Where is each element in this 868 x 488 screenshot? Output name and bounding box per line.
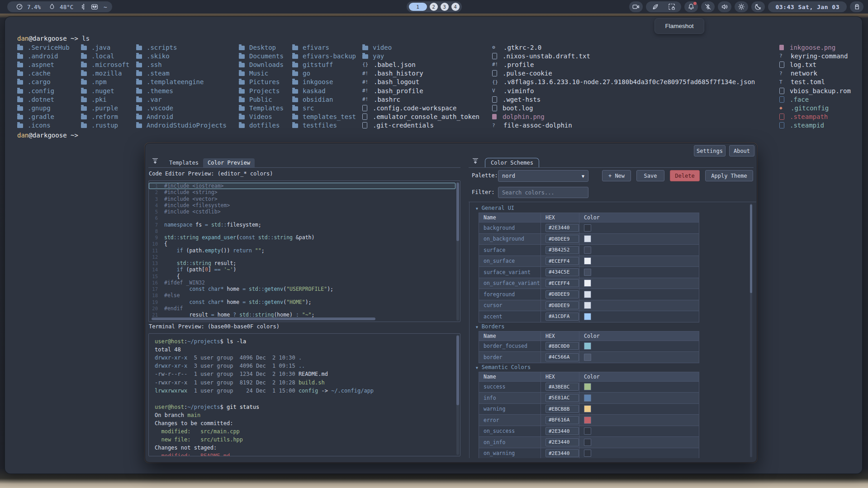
ls-column-3: DesktopDocumentsDownloadsMusicPicturesPr… (239, 43, 284, 130)
bluetooth-off-icon[interactable] (701, 1, 715, 12)
tray-app-icon[interactable] (850, 1, 863, 12)
hex-input[interactable]: #ECEFF4 (545, 279, 579, 287)
file-name: .aspnet (28, 61, 54, 68)
color-row-on_surface_variant: on_surface_variant#ECEFF4 (479, 278, 699, 289)
code-line-7: 7namespace fs = std::filesystem; (149, 222, 455, 228)
color-swatch[interactable] (584, 235, 591, 242)
tab-color-schemes[interactable]: Color Schemes (485, 158, 539, 167)
apply-theme-button[interactable]: Apply Theme (705, 170, 753, 181)
color-name: success (484, 384, 505, 390)
folder-icon (292, 114, 299, 119)
color-swatch[interactable] (584, 383, 591, 390)
clock[interactable]: 03:43 Sat, Jan 03 (768, 1, 847, 12)
editor-vertical-scrollbar[interactable] (456, 182, 459, 321)
hex-input[interactable]: #A1CDFA (545, 313, 579, 321)
hex-input[interactable]: #EBCB8B (545, 405, 579, 413)
delete-button[interactable]: Delete (670, 170, 700, 181)
section-header-semantic-colors[interactable]: ▼Semantic Colors (476, 364, 749, 370)
hex-input[interactable]: #D8DEE9 (545, 290, 579, 298)
color-swatch[interactable] (584, 405, 591, 412)
hex-input[interactable]: #ECEFF4 (545, 257, 579, 265)
hex-input[interactable]: #2E3440 (545, 438, 579, 446)
editor-horizontal-scrollbar[interactable] (152, 317, 375, 320)
workspace-3[interactable]: 3 (441, 3, 449, 11)
color-swatch[interactable] (584, 354, 591, 361)
hex-input[interactable]: #88C0D0 (545, 342, 579, 350)
section-header-general-ui[interactable]: ▼General UI (476, 205, 749, 211)
workspace-2[interactable]: 2 (430, 3, 438, 11)
tab-templates[interactable]: Templates (165, 158, 203, 167)
schemes-scrollbar[interactable] (750, 204, 752, 457)
screen-record-icon[interactable] (629, 1, 643, 12)
file-entry: #!.bash_history (362, 69, 479, 78)
hex-input[interactable]: #3B4252 (545, 246, 579, 254)
file-entry: yay (362, 52, 479, 60)
about-button[interactable]: About (729, 145, 754, 156)
flameshot-icon[interactable] (650, 1, 661, 12)
new-palette-button[interactable]: + New (602, 170, 631, 181)
brightness-icon[interactable] (735, 1, 748, 12)
hex-input[interactable]: #5E81AC (545, 394, 579, 402)
color-swatch[interactable] (584, 291, 591, 298)
notification-bell-icon[interactable] (684, 1, 698, 12)
file-entry: .pki (81, 95, 129, 104)
file-entry: dotfiles (239, 121, 284, 130)
color-swatch[interactable] (584, 417, 591, 424)
color-name: accent (484, 313, 503, 320)
color-swatch[interactable] (584, 450, 591, 457)
file-name: .viminfo (503, 87, 534, 95)
toml-icon: T (779, 79, 787, 85)
night-light-icon[interactable] (751, 1, 765, 12)
file-name: kaskad (303, 87, 326, 95)
file-name: AndroidStudioProjects (147, 122, 227, 129)
color-swatch[interactable] (584, 269, 591, 276)
folder-icon (239, 114, 245, 119)
hex-input[interactable]: #D8DEE9 (545, 235, 579, 243)
gear-icon: ⚙ (492, 44, 499, 50)
color-swatch[interactable] (584, 302, 591, 309)
color-swatch[interactable] (584, 394, 591, 402)
file-entry: .vscode (136, 104, 227, 112)
file-name: Pictures (249, 78, 280, 85)
hex-input[interactable]: #2E3440 (545, 427, 579, 435)
filter-input[interactable] (498, 187, 588, 198)
color-swatch[interactable] (584, 257, 591, 265)
chevron-down-icon: ▼ (582, 174, 584, 179)
file-entry: video (362, 43, 479, 52)
hex-input[interactable]: #4C566A (545, 353, 579, 361)
color-swatch[interactable] (584, 342, 591, 350)
color-swatch[interactable] (584, 439, 591, 446)
section-header-borders[interactable]: ▼Borders (476, 323, 749, 330)
region-capture-icon[interactable] (666, 1, 678, 12)
file-entry: ?file-assoc-dolphin (492, 121, 755, 130)
save-button[interactable]: Save (636, 170, 664, 181)
hex-input[interactable]: #BF616A (545, 416, 579, 424)
color-swatch[interactable] (584, 427, 591, 435)
settings-button[interactable]: Settings (694, 145, 726, 156)
folder-icon (17, 123, 24, 128)
workspace-4[interactable]: 4 (451, 3, 460, 11)
collapse-filter-icon-right[interactable] (470, 155, 481, 166)
hex-input[interactable]: #2E3440 (545, 224, 579, 232)
folder-icon (136, 79, 142, 85)
tab-color-preview[interactable]: Color Preview (203, 158, 255, 167)
volume-icon[interactable] (718, 1, 731, 12)
color-swatch[interactable] (584, 280, 591, 287)
color-swatch[interactable] (584, 224, 591, 232)
hex-input[interactable]: #A3BE8C (545, 383, 579, 391)
hex-input[interactable]: #D8DEE9 (545, 301, 579, 309)
file-entry: Android (136, 113, 227, 121)
collapse-filter-icon[interactable] (149, 155, 161, 166)
workspace-1[interactable]: 1 (409, 3, 427, 11)
color-swatch[interactable] (584, 313, 591, 320)
file-entry: .themes (136, 86, 227, 95)
terminal-vertical-scrollbar[interactable] (456, 335, 459, 455)
hex-input[interactable]: #2E3440 (545, 449, 579, 457)
color-swatch[interactable] (584, 246, 591, 254)
file-entry: vbios_backup.rom (779, 86, 851, 95)
hex-input[interactable]: #434C5E (545, 268, 579, 276)
theme-editor-window[interactable]: Settings About Templates Color Preview C… (145, 143, 757, 463)
folder-icon (81, 88, 87, 94)
distro-home-pill[interactable]: ~ (84, 1, 112, 12)
palette-select[interactable]: nord ▼ (498, 170, 588, 182)
